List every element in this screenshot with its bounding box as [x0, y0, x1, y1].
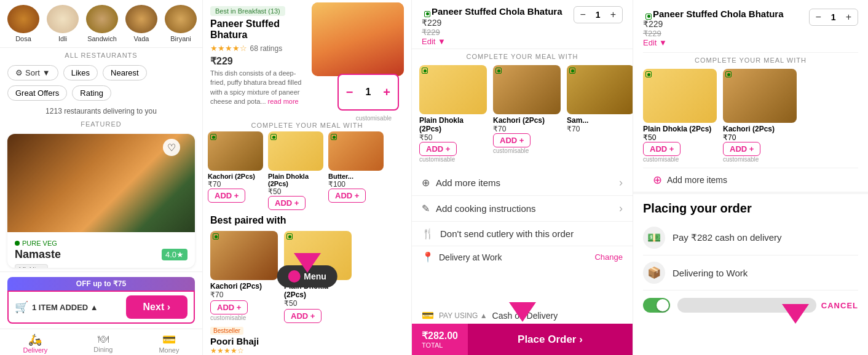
category-vada[interactable]: Vada [125, 5, 157, 42]
money-nav-icon: 💳 [162, 333, 176, 346]
customisable-label: customisable [419, 156, 487, 163]
pure-veg-dot [15, 241, 20, 246]
cooking-instructions-left: ✎ Add cooking instructions [422, 203, 536, 214]
meal-name: Sam... [567, 116, 633, 125]
deliver-row: 📦 Delivering to Work [643, 258, 858, 287]
great-offers-button[interactable]: Great Offers [7, 85, 67, 101]
decrease-quantity-button[interactable]: − [339, 83, 361, 102]
category-idli[interactable]: Idli [47, 5, 79, 42]
add-kachori-cart-button[interactable]: ADD + [493, 133, 531, 147]
nearest-button[interactable]: Nearest [103, 65, 147, 80]
change-location-link[interactable]: Change [594, 252, 623, 262]
veg-indicator [286, 233, 293, 240]
category-sandwich[interactable]: Sandwich [86, 5, 118, 42]
quantity-display: 1 [360, 84, 376, 100]
right-item-name: Paneer Stuffed Chola Bhatura [653, 9, 784, 19]
add-paired-dhokla-button[interactable]: ADD + [284, 309, 322, 323]
poori-stars: ★★★★☆ [210, 346, 404, 355]
edit-item-link[interactable]: Edit ▼ [422, 37, 574, 46]
right-item-count: 1 [827, 10, 840, 25]
great-offers-label: Great Offers [15, 88, 59, 98]
cart-panel: Paneer Stuffed Chola Bhatura ₹229 ₹229 E… [412, 0, 633, 355]
likes-button[interactable]: Likes [63, 65, 98, 80]
right-meal-price: ₹70 [723, 133, 797, 142]
list-item: Butter... ₹100 ADD + [328, 131, 384, 210]
sandwich-label: Sandwich [87, 35, 117, 42]
right-add-more-items[interactable]: ⊕ Add more items [643, 168, 858, 192]
increase-quantity-button[interactable]: + [376, 83, 398, 102]
right-increase-button[interactable]: + [840, 9, 858, 25]
total-section: ₹282.00 TOTAL [412, 324, 468, 355]
category-biryani[interactable]: Biryani [165, 5, 197, 42]
right-decrease-button[interactable]: − [810, 9, 827, 25]
meal-price: ₹70 [567, 125, 633, 133]
menu-button[interactable]: Menu [277, 265, 337, 287]
right-add-kachori-button[interactable]: ADD + [723, 142, 760, 156]
delivery-address-icon: 📦 [643, 262, 665, 284]
place-order-label: Place Order › [518, 334, 583, 346]
chevron-right-icon: › [619, 176, 623, 189]
fork-icon: 🍴 [422, 228, 434, 240]
meal-name: Kachori (2Pcs) [208, 173, 263, 180]
sort-button[interactable]: ⚙ Sort ▼ [7, 65, 58, 80]
food-description: This dish consists of a deep-fried, puff… [210, 69, 309, 107]
right-add-dhokla-button[interactable]: ADD + [643, 142, 681, 156]
kachori-cart-image [493, 65, 561, 114]
right-edit-link[interactable]: Edit ▼ [643, 38, 784, 47]
filter-bar: ⚙ Sort ▼ Likes Nearest Great Offers Rati… [0, 61, 202, 104]
list-item: Kachori (2Pcs) ₹70 ADD + [208, 131, 263, 210]
nav-money[interactable]: 💳 Money [159, 333, 179, 354]
meal-price: ₹70 [208, 180, 263, 189]
list-item: Plain Dhokla (2Pcs) ₹50 ADD + customisab… [419, 65, 487, 163]
category-dosa[interactable]: Dosa [7, 5, 39, 42]
nearest-label: Nearest [111, 68, 139, 77]
order-toggle[interactable] [643, 298, 670, 313]
nav-delivery[interactable]: 🛵 Delivery [23, 333, 48, 354]
menu-label: Menu [304, 271, 326, 281]
add-cooking-instructions-row[interactable]: ✎ Add cooking instructions › [412, 196, 633, 222]
place-order-button[interactable]: Place Order › [468, 324, 633, 355]
right-customisable: customisable [723, 156, 797, 163]
divider [643, 255, 858, 256]
delivery-nav-icon: 🛵 [28, 333, 42, 346]
delivery-location-row: 📍 Delivery at Work Change [412, 246, 633, 268]
cancel-button[interactable]: CANCEL [821, 301, 858, 310]
location-pin-icon: 📍 [422, 251, 434, 263]
paired-customisable: customisable [210, 314, 278, 321]
rating-button[interactable]: Rating [72, 85, 111, 101]
add-kachori-button[interactable]: ADD + [208, 189, 245, 203]
vada-img [125, 5, 157, 33]
decrease-item-button[interactable]: − [574, 7, 592, 23]
pay-row: 💵 Pay ₹282 cash on delivery [643, 223, 858, 252]
add-more-items-row[interactable]: ⊕ Add more items › [412, 170, 633, 196]
add-more-items-left: ⊕ Add more items [422, 177, 500, 189]
list-item: Sam... ₹70 [567, 65, 633, 163]
all-restaurants-label: ALL RESTAURANTS [0, 47, 202, 61]
restaurant-card[interactable]: ♡ PURE VEG Namaste 4.0★ blinkit ↗ [7, 134, 195, 268]
sam-image [567, 65, 633, 114]
list-item: Kachori (2Pcs) ₹70 ADD + customisable [723, 69, 797, 163]
meal-items-row: Kachori (2Pcs) ₹70 ADD + Plain Dhokla (2… [203, 131, 411, 210]
dining-nav-icon: 🍽 [98, 333, 109, 346]
poori-name: Poori Bhaji [210, 336, 404, 346]
delivery-location-text: Delivery at Work [439, 252, 502, 262]
read-more-link[interactable]: read more [268, 98, 299, 105]
add-paired-kachori-button[interactable]: ADD + [210, 300, 248, 314]
blinkit-badge[interactable]: blinkit ↗ [15, 264, 48, 268]
nav-dining[interactable]: 🍽 Dining [93, 333, 112, 354]
add-butter-button[interactable]: ADD + [328, 189, 366, 203]
add-more-label: Add more items [667, 175, 727, 185]
order-item-info: Paneer Stuffed Chola Bhatura ₹229 ₹229 E… [422, 6, 574, 46]
item-added-button[interactable]: 🛒 1 ITEM ADDED ▲ [15, 300, 98, 314]
biryani-img [165, 5, 197, 33]
pure-veg-badge: PURE VEG [15, 240, 57, 247]
dosa-img [7, 5, 39, 33]
dont-send-cutlery-row[interactable]: 🍴 Don't send cutlery with this order [412, 222, 633, 246]
offer-banner: OFF up to ₹75 [7, 277, 195, 291]
next-button[interactable]: Next › [126, 295, 187, 319]
add-dhokla-cart-button[interactable]: ADD + [419, 142, 457, 156]
item-quantity-counter: − 1 + [574, 6, 623, 23]
food-detail-panel: Best in Breakfast (13) Paneer Stuffed Bh… [203, 0, 412, 355]
add-dhokla-button[interactable]: ADD + [268, 196, 306, 210]
increase-item-button[interactable]: + [604, 7, 622, 23]
